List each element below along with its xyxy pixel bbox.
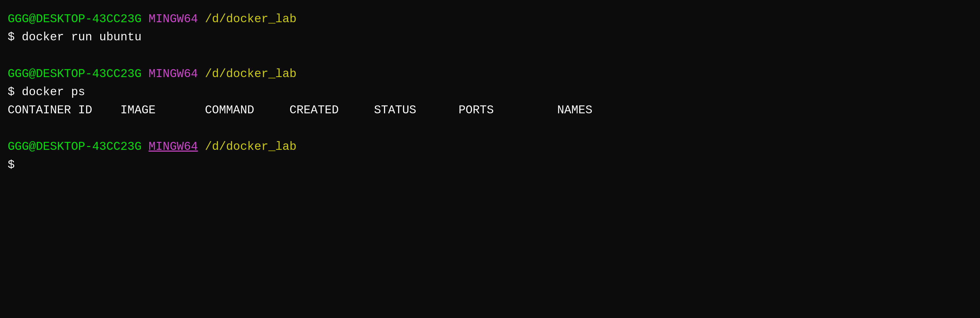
- terminal-line-1-prompt: GGG@DESKTOP-43CC23G MINGW64 /d/docker_la…: [8, 10, 972, 28]
- blank-line-2: [8, 119, 972, 138]
- terminal-window[interactable]: GGG@DESKTOP-43CC23G MINGW64 /d/docker_la…: [0, 0, 980, 318]
- col-image: IMAGE: [121, 101, 156, 119]
- terminal-line-3-cmd: $: [8, 156, 972, 174]
- dollar-3: $: [8, 156, 15, 174]
- prompt-user-2: GGG@DESKTOP-43CC23G: [8, 65, 142, 83]
- cmd-2: docker ps: [22, 83, 85, 101]
- prompt-space-1b: [198, 10, 205, 28]
- col-created: CREATED: [290, 101, 339, 119]
- col-status: STATUS: [374, 101, 416, 119]
- col-spacer-1: [92, 101, 120, 119]
- prompt-space-1a: [142, 10, 149, 28]
- prompt-mingw-2: MINGW64: [148, 65, 198, 83]
- col-container-id: CONTAINER ID: [8, 101, 92, 119]
- terminal-line-1-cmd: $ docker run ubuntu: [8, 28, 972, 46]
- col-names: NAMES: [557, 101, 592, 119]
- prompt-mingw-3: MINGW64: [148, 138, 198, 156]
- prompt-path-3: /d/docker_lab: [205, 138, 297, 156]
- col-command: COMMAND: [205, 101, 254, 119]
- col-spacer-2: [156, 101, 205, 119]
- prompt-space-2a: [142, 65, 149, 83]
- blank-line-1: [8, 47, 972, 65]
- dollar-2: $: [8, 83, 22, 101]
- prompt-space-3b: [198, 138, 205, 156]
- prompt-space-2b: [198, 65, 205, 83]
- col-spacer-3: [254, 101, 290, 119]
- terminal-line-3-prompt: GGG@DESKTOP-43CC23G MINGW64 /d/docker_la…: [8, 138, 972, 156]
- col-spacer-4: [339, 101, 374, 119]
- prompt-mingw-1: MINGW64: [148, 10, 198, 28]
- col-ports: PORTS: [458, 101, 494, 119]
- col-spacer-6: [494, 101, 557, 119]
- col-spacer-5: [416, 101, 458, 119]
- prompt-path-1: /d/docker_lab: [205, 10, 297, 28]
- prompt-path-2: /d/docker_lab: [205, 65, 297, 83]
- terminal-line-2-cmd: $ docker ps: [8, 83, 972, 101]
- prompt-user-1: GGG@DESKTOP-43CC23G: [8, 10, 142, 28]
- terminal-line-2-prompt: GGG@DESKTOP-43CC23G MINGW64 /d/docker_la…: [8, 65, 972, 83]
- dollar-1: $: [8, 28, 22, 46]
- prompt-space-3a: [142, 138, 149, 156]
- docker-ps-header: CONTAINER ID IMAGE COMMAND CREATED STATU…: [8, 101, 972, 119]
- cmd-1: docker run ubuntu: [22, 28, 142, 46]
- prompt-user-3: GGG@DESKTOP-43CC23G: [8, 138, 142, 156]
